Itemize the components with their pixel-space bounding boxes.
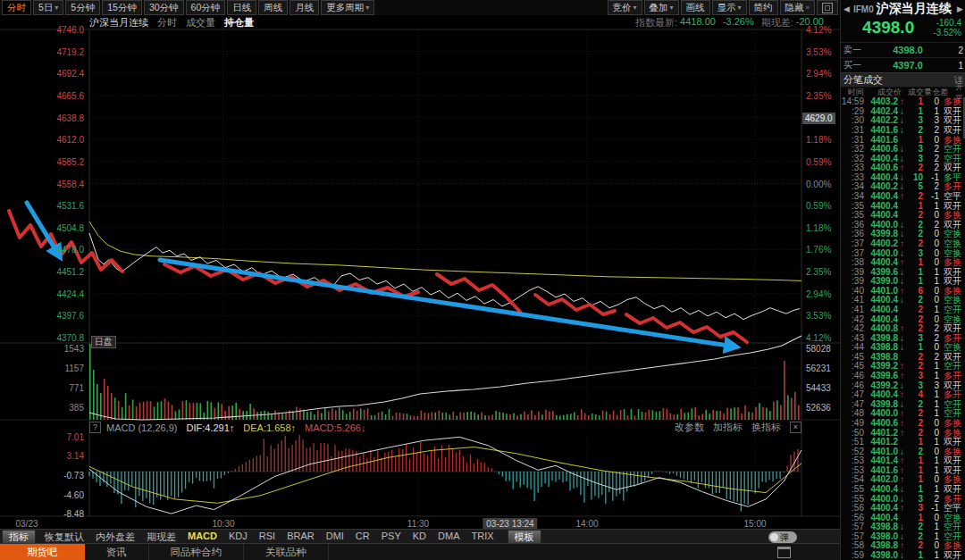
- chevron-down-icon: ▾: [670, 4, 674, 12]
- price-chart-canvas[interactable]: [0, 0, 840, 529]
- bottom-tabs: 期货吧资讯同品种合约关联品种: [0, 544, 329, 560]
- tool-button-叠加[interactable]: 叠加▾: [644, 0, 679, 15]
- bottom-tab-期货吧[interactable]: 期货吧: [0, 544, 85, 560]
- macd-link-换指标[interactable]: 换指标: [751, 421, 781, 434]
- chart-subtitle-minute[interactable]: 分时: [157, 16, 177, 29]
- macd-link-加指标[interactable]: 加指标: [713, 421, 743, 434]
- tick-cell: 3: [906, 334, 923, 343]
- bottom-tab-资讯[interactable]: 资讯: [85, 544, 149, 560]
- tool-button-隐藏[interactable]: 隐藏»: [780, 0, 815, 15]
- bottom-tab-关联品种[interactable]: 关联品种: [244, 544, 329, 560]
- tick-cell: 3: [906, 249, 923, 258]
- tick-cell: 双开: [939, 324, 965, 333]
- indicator-item-KDJ[interactable]: KDJ: [229, 531, 248, 544]
- tool-button-竞价[interactable]: 竞价▾: [608, 0, 642, 15]
- tick-cell: 4401.6: [864, 126, 898, 135]
- indicator-bar: 指标 恢复默认内外盘差期现差MACDKDJRSIBRARDMICRPSYKDDM…: [0, 529, 840, 544]
- period-tab-日线[interactable]: 日线: [227, 0, 256, 15]
- expand-icon: [822, 3, 833, 13]
- tick-cell: 双开: [939, 126, 965, 135]
- tick-cell: 4400.0: [864, 409, 898, 418]
- tick-cell: ↓: [898, 400, 906, 409]
- period-tab-60分钟[interactable]: 60分钟: [186, 0, 226, 15]
- basis-label: 期现差:: [761, 16, 793, 29]
- popout-window-icon[interactable]: [777, 547, 791, 558]
- tick-cell: 0: [923, 343, 939, 352]
- tick-cell: 4399.6: [864, 268, 898, 277]
- tick-cell: :50: [841, 429, 864, 438]
- indicator-item-KD[interactable]: KD: [413, 531, 426, 544]
- period-tab-更多周期[interactable]: 更多周期▾: [321, 0, 374, 15]
- tick-cell: 4400.4: [864, 155, 898, 163]
- indicator-item-期现差[interactable]: 期现差: [147, 531, 176, 544]
- macd-name: MACD (12,26,9): [106, 422, 177, 433]
- tick-cell: 4400.4: [864, 305, 898, 314]
- indicator-item-RSI[interactable]: RSI: [259, 531, 275, 544]
- tick-cell: 0: [923, 97, 939, 106]
- tick-cell: ↓: [898, 296, 906, 305]
- indicator-item-DMI[interactable]: DMI: [326, 531, 344, 544]
- period-tab-5日[interactable]: 5日▾: [33, 0, 63, 15]
- template-button[interactable]: 模板: [508, 530, 541, 544]
- index-info: 指数最新: 4418.00 -3.26% 期现差: -20.00: [635, 16, 831, 29]
- indicator-item-TRIX[interactable]: TRIX: [472, 531, 494, 544]
- tick-cell: 2: [923, 334, 939, 343]
- indicator-item-MACD[interactable]: MACD: [188, 531, 217, 544]
- fullscreen-button[interactable]: [817, 0, 838, 15]
- tick-cell: 1: [906, 277, 923, 286]
- quote-panel: ◀ IFM0 沪深当月连续 ▶ 4398.0 -160.4 -3.52% 卖一 …: [840, 0, 965, 560]
- tick-cell: 0: [923, 287, 939, 296]
- indicator-items: 恢复默认内外盘差期现差MACDKDJRSIBRARDMICRPSYKDDMATR…: [45, 531, 506, 544]
- period-tab-15分钟[interactable]: 15分钟: [102, 0, 142, 15]
- indicator-item-BRAR[interactable]: BRAR: [287, 531, 315, 544]
- popup-toggle[interactable]: 弹: [768, 531, 797, 543]
- tick-cell: 4400.6: [864, 145, 898, 154]
- tick-cell: 2: [923, 126, 939, 135]
- indicator-item-内外盘差[interactable]: 内外盘差: [96, 531, 135, 544]
- tick-cell: 0: [923, 447, 939, 456]
- tool-button-画线[interactable]: 画线: [681, 0, 710, 15]
- indicator-item-DMA[interactable]: DMA: [438, 531, 459, 544]
- next-contract-icon[interactable]: ▶: [957, 4, 963, 13]
- chart-subtitle-volume[interactable]: 成交量: [186, 16, 215, 29]
- period-tab-分时[interactable]: 分时: [2, 0, 31, 15]
- chart-subtitle-openinterest[interactable]: 持仓量: [224, 16, 254, 29]
- tick-cell: ↓: [898, 381, 906, 390]
- tick-cell: 空换: [939, 514, 965, 522]
- tick-cell: 1: [906, 343, 923, 352]
- period-tab-5分钟[interactable]: 5分钟: [65, 0, 100, 15]
- prev-contract-icon[interactable]: ◀: [843, 4, 850, 13]
- bottom-tab-同品种合约[interactable]: 同品种合约: [149, 544, 245, 560]
- tick-section-header[interactable]: 分笔成交 详: [841, 72, 965, 88]
- tick-cell: 1: [906, 475, 923, 484]
- tick-cell: 4400.8: [864, 324, 898, 333]
- tick-cell: 4400.6: [864, 419, 898, 428]
- tick-cell: 4398.8: [864, 353, 898, 362]
- tick-cell: :57: [841, 532, 864, 541]
- tick-cell: ↓: [898, 249, 906, 258]
- tick-cell: 4401.6: [864, 466, 898, 475]
- tick-cell: :43: [841, 334, 864, 343]
- tick-cell: 多换: [939, 287, 965, 296]
- indicator-item-CR[interactable]: CR: [356, 531, 370, 544]
- indicator-item-PSY[interactable]: PSY: [382, 531, 401, 544]
- tick-cell: 4401.0: [864, 287, 898, 296]
- indicator-item-恢复默认[interactable]: 恢复默认: [45, 531, 84, 544]
- macd-link-改参数[interactable]: 改参数: [675, 421, 704, 434]
- tick-cell: 空换: [939, 296, 965, 305]
- tick-cell: 4400.4: [864, 211, 898, 220]
- period-tab-周线[interactable]: 周线: [258, 0, 288, 15]
- period-tab-月线[interactable]: 月线: [290, 0, 319, 15]
- tick-cell: 3: [906, 155, 923, 163]
- tool-button-显示[interactable]: 显示▾: [712, 0, 747, 15]
- tick-cell: 多平: [939, 173, 965, 182]
- help-icon[interactable]: ?: [89, 422, 101, 433]
- tick-cell: 0: [923, 239, 939, 248]
- tool-button-简约[interactable]: 简约: [749, 0, 778, 15]
- period-tab-30分钟[interactable]: 30分钟: [144, 0, 184, 15]
- tick-list[interactable]: 14:594403.2↑10多换:294402.4↓11双开:304402.2↓…: [841, 97, 965, 560]
- indicator-button[interactable]: 指标: [2, 530, 36, 544]
- close-icon[interactable]: ×: [790, 422, 801, 433]
- tick-cell: ↓: [898, 107, 906, 116]
- tick-cell: 双开: [939, 116, 965, 125]
